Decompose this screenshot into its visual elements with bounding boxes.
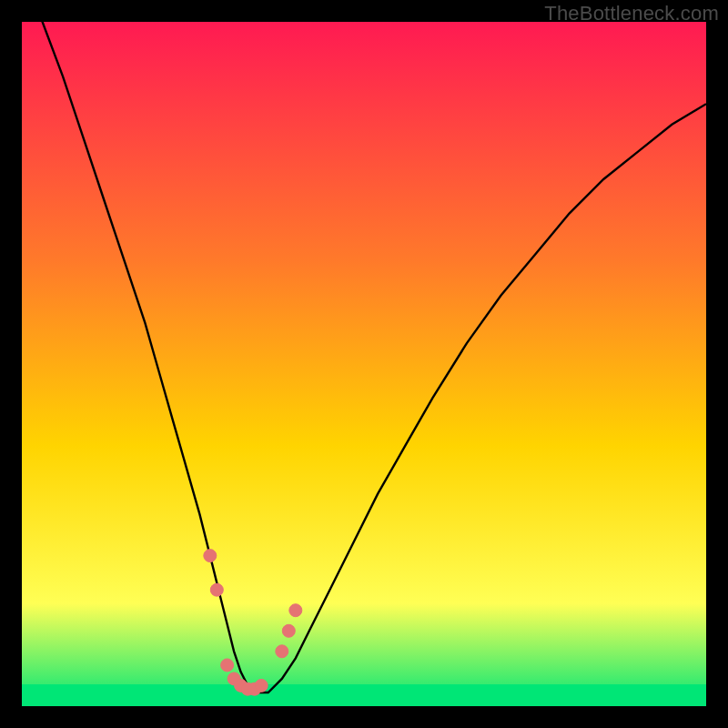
chart-frame <box>22 22 706 706</box>
curve-marker <box>204 550 217 562</box>
curve-marker <box>210 583 223 596</box>
gradient-background <box>22 22 706 706</box>
curve-marker <box>276 645 288 658</box>
curve-marker <box>221 659 234 672</box>
curve-marker <box>289 604 302 617</box>
green-band <box>22 684 706 706</box>
bottleneck-chart <box>22 22 706 706</box>
curve-marker <box>282 624 295 637</box>
curve-marker <box>255 679 268 692</box>
